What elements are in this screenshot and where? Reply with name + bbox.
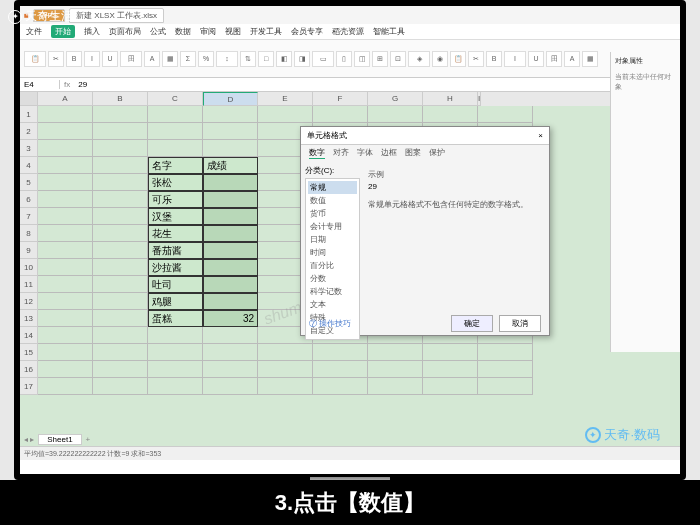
- ribbon-button[interactable]: B: [66, 51, 82, 67]
- cell[interactable]: [38, 293, 93, 310]
- cell[interactable]: [38, 123, 93, 140]
- cell[interactable]: [203, 191, 258, 208]
- menu-item[interactable]: 稻壳资源: [332, 26, 364, 37]
- dialog-tab[interactable]: 字体: [357, 147, 373, 159]
- cell[interactable]: [38, 259, 93, 276]
- cell[interactable]: [258, 378, 313, 395]
- dialog-tab[interactable]: 图案: [405, 147, 421, 159]
- dialog-tab[interactable]: 保护: [429, 147, 445, 159]
- cell[interactable]: [93, 174, 148, 191]
- cell[interactable]: [38, 157, 93, 174]
- ribbon-button[interactable]: B: [486, 51, 502, 67]
- row-header[interactable]: 15: [20, 344, 38, 361]
- ribbon-button[interactable]: A: [144, 51, 160, 67]
- cell[interactable]: [258, 106, 313, 123]
- cell[interactable]: [93, 344, 148, 361]
- cell-ref[interactable]: E4: [20, 80, 60, 89]
- ribbon-button[interactable]: ⇅: [240, 51, 256, 67]
- cell[interactable]: [38, 174, 93, 191]
- cell[interactable]: [148, 106, 203, 123]
- ribbon-button[interactable]: U: [528, 51, 544, 67]
- cell[interactable]: [93, 242, 148, 259]
- cell[interactable]: [203, 242, 258, 259]
- cell[interactable]: 鸡腿: [148, 293, 203, 310]
- cell[interactable]: [203, 106, 258, 123]
- dialog-tab[interactable]: 边框: [381, 147, 397, 159]
- cell[interactable]: [38, 225, 93, 242]
- cell[interactable]: [368, 361, 423, 378]
- sheet-tab[interactable]: Sheet1: [38, 434, 81, 445]
- cell[interactable]: [203, 259, 258, 276]
- row-header[interactable]: 10: [20, 259, 38, 276]
- cell[interactable]: 32: [203, 310, 258, 327]
- ribbon-button[interactable]: A: [564, 51, 580, 67]
- category-item[interactable]: 文本: [308, 298, 357, 311]
- cell[interactable]: [93, 225, 148, 242]
- cell[interactable]: [93, 140, 148, 157]
- fx-icon[interactable]: fx: [60, 80, 74, 89]
- cell[interactable]: [93, 327, 148, 344]
- cell[interactable]: [148, 123, 203, 140]
- col-header[interactable]: E: [258, 92, 313, 106]
- cell[interactable]: [368, 344, 423, 361]
- cell[interactable]: [93, 276, 148, 293]
- cell[interactable]: [203, 344, 258, 361]
- col-header[interactable]: H: [423, 92, 478, 106]
- row-header[interactable]: 2: [20, 123, 38, 140]
- help-link[interactable]: ⑦ 操作技巧: [309, 318, 351, 329]
- row-header[interactable]: 1: [20, 106, 38, 123]
- ribbon-button[interactable]: 田: [546, 51, 562, 67]
- menu-item[interactable]: 会员专享: [291, 26, 323, 37]
- cell[interactable]: [203, 327, 258, 344]
- category-item[interactable]: 科学记数: [308, 285, 357, 298]
- col-header[interactable]: B: [93, 92, 148, 106]
- cell[interactable]: [93, 123, 148, 140]
- close-icon[interactable]: ×: [538, 131, 543, 140]
- menu-item[interactable]: 视图: [225, 26, 241, 37]
- ribbon-button[interactable]: ◧: [276, 51, 292, 67]
- cell[interactable]: [38, 276, 93, 293]
- row-header[interactable]: 16: [20, 361, 38, 378]
- category-list[interactable]: 常规数值货币会计专用日期时间百分比分数科学记数文本特殊自定义: [305, 178, 360, 340]
- cell[interactable]: [93, 259, 148, 276]
- ribbon-button[interactable]: ◉: [432, 51, 448, 67]
- cell[interactable]: [38, 208, 93, 225]
- cell[interactable]: [38, 242, 93, 259]
- row-header[interactable]: 6: [20, 191, 38, 208]
- cell[interactable]: 汉堡: [148, 208, 203, 225]
- menu-item[interactable]: 公式: [150, 26, 166, 37]
- col-header[interactable]: D: [203, 92, 258, 106]
- cell[interactable]: 成绩: [203, 157, 258, 174]
- menu-item[interactable]: 页面布局: [109, 26, 141, 37]
- cell[interactable]: 名字: [148, 157, 203, 174]
- category-item[interactable]: 日期: [308, 233, 357, 246]
- cell[interactable]: [148, 327, 203, 344]
- cancel-button[interactable]: 取消: [499, 315, 541, 332]
- cell[interactable]: [93, 157, 148, 174]
- cell[interactable]: [203, 276, 258, 293]
- col-header[interactable]: G: [368, 92, 423, 106]
- cell[interactable]: [423, 106, 478, 123]
- cell[interactable]: [93, 361, 148, 378]
- row-header[interactable]: 8: [20, 225, 38, 242]
- cell[interactable]: [38, 361, 93, 378]
- cell[interactable]: 吐司: [148, 276, 203, 293]
- col-header[interactable]: A: [38, 92, 93, 106]
- category-item[interactable]: 数值: [308, 194, 357, 207]
- ribbon-button[interactable]: □: [258, 51, 274, 67]
- cell[interactable]: [478, 344, 533, 361]
- cell[interactable]: [313, 378, 368, 395]
- ribbon-button[interactable]: ▦: [582, 51, 598, 67]
- ribbon-button[interactable]: ⊡: [390, 51, 406, 67]
- ribbon-button[interactable]: ↕: [216, 51, 238, 67]
- ribbon-button[interactable]: Σ: [180, 51, 196, 67]
- menu-item[interactable]: 数据: [175, 26, 191, 37]
- menu-item[interactable]: 文件: [26, 26, 42, 37]
- dialog-tab[interactable]: 对齐: [333, 147, 349, 159]
- row-header[interactable]: 3: [20, 140, 38, 157]
- row-header[interactable]: 5: [20, 174, 38, 191]
- ribbon-button[interactable]: ◈: [408, 51, 430, 67]
- cell[interactable]: [38, 327, 93, 344]
- category-item[interactable]: 时间: [308, 246, 357, 259]
- cell[interactable]: [423, 378, 478, 395]
